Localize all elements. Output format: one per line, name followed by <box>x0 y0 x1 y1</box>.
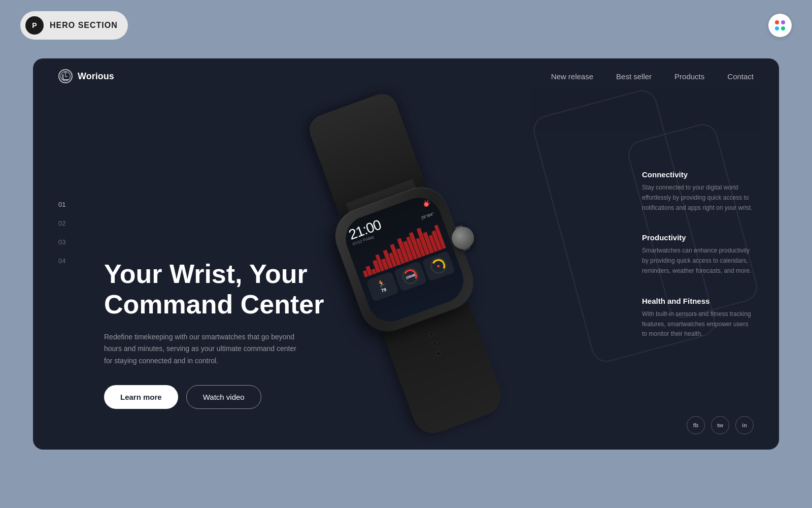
nav-link-products[interactable]: Products <box>674 72 704 81</box>
social-facebook[interactable]: fb <box>687 416 705 434</box>
nav-link-best-seller[interactable]: Best seller <box>616 72 652 81</box>
features-panel: Connectivity Stay connected to your digi… <box>642 109 754 419</box>
figma-dot-green <box>781 26 785 30</box>
heart-ring: ♥ <box>428 256 449 276</box>
feature-productivity-desc: Smartwatches can enhance productivity by… <box>642 246 754 276</box>
band-hole-3 <box>436 351 441 356</box>
screen-content: 21:00 07/12 Friday <box>339 191 469 328</box>
navbar: Worious New release Best seller Products… <box>33 58 779 94</box>
figma-dot-violet <box>781 20 785 24</box>
top-bar-icon: P <box>25 16 44 35</box>
calories-ring: 15948 <box>400 266 421 287</box>
step-1[interactable]: 01 <box>58 201 65 208</box>
svg-line-6 <box>429 203 430 203</box>
learn-more-button[interactable]: Learn more <box>104 385 178 409</box>
svg-rect-1 <box>64 72 66 73</box>
figma-logo <box>775 20 785 30</box>
nav-link-contact[interactable]: Contact <box>727 72 754 81</box>
social-icons: fb tw in <box>687 416 754 434</box>
feature-connectivity-desc: Stay connected to your digital world eff… <box>642 183 754 213</box>
feature-connectivity-title: Connectivity <box>642 170 754 179</box>
step-3[interactable]: 03 <box>58 238 65 246</box>
figma-dot-red <box>775 20 779 24</box>
feature-health-title: Health and Fitness <box>642 297 754 305</box>
hero-title: Your Wrist, Your Command Center <box>104 259 348 320</box>
ring-yellow <box>430 258 447 274</box>
weather-widget: 29°/84° <box>416 199 434 220</box>
widget-steps: 🏃 79 <box>366 271 399 302</box>
band-hole-1 <box>429 332 434 337</box>
feature-productivity: Productivity Smartwatches can enhance pr… <box>642 233 754 276</box>
figma-button[interactable] <box>768 14 792 37</box>
top-bar-brand: P HERO SECTION <box>20 11 128 40</box>
watch-video-button[interactable]: Watch video <box>186 385 261 409</box>
svg-line-4 <box>425 200 425 201</box>
step-2[interactable]: 02 <box>58 219 65 227</box>
logo-icon <box>58 69 73 83</box>
watch-screen: 21:00 07/12 Friday <box>339 191 469 328</box>
nav-link-new-release[interactable]: New release <box>551 72 593 81</box>
logo: Worious <box>58 69 114 83</box>
feature-productivity-title: Productivity <box>642 233 754 242</box>
widget-heart: ♥ <box>422 250 455 281</box>
watch-logo-svg <box>59 69 72 83</box>
band-hole-2 <box>432 341 437 346</box>
logo-text: Worious <box>78 71 114 82</box>
hero-subtitle: Redefine timekeeping with our smartwatch… <box>104 331 297 367</box>
step-indicators: 01 02 03 04 <box>58 201 65 265</box>
hero-buttons: Learn more Watch video <box>104 385 348 409</box>
main-card: Worious New release Best seller Products… <box>33 58 779 450</box>
top-bar: P HERO SECTION <box>0 0 812 51</box>
feature-connectivity: Connectivity Stay connected to your digi… <box>642 170 754 213</box>
steps-num: 79 <box>381 287 387 294</box>
feature-health-desc: With built-in sensors and fitness tracki… <box>642 309 754 339</box>
top-bar-title: HERO SECTION <box>50 21 118 30</box>
hero-content: Your Wrist, Your Command Center Redefine… <box>104 259 348 409</box>
social-linkedin[interactable]: in <box>735 416 754 434</box>
feature-health: Health and Fitness With built-in sensors… <box>642 297 754 339</box>
figma-dot-blue <box>775 26 779 30</box>
svg-line-5 <box>427 200 428 202</box>
social-twitter[interactable]: tw <box>711 416 729 434</box>
ring-red <box>402 268 419 284</box>
widget-calories: 15948 <box>394 261 427 292</box>
nav-links: New release Best seller Products Contact <box>551 72 754 81</box>
step-4[interactable]: 04 <box>58 257 65 265</box>
